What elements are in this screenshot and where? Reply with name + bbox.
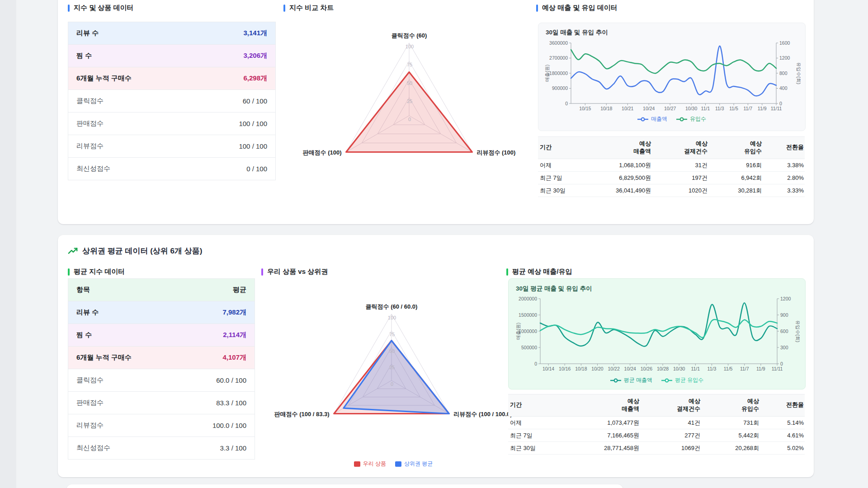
legend-swatch-icon bbox=[610, 378, 621, 383]
accent-bar-icon bbox=[283, 5, 285, 12]
legend-label: 매출액 bbox=[651, 115, 667, 123]
table-cell: 5.14% bbox=[764, 417, 805, 429]
svg-text:800: 800 bbox=[779, 70, 788, 76]
svg-text:2700000: 2700000 bbox=[549, 55, 568, 61]
avg-revenue-trend-panel: 30일 평균 매출 및 유입 추이 0500000100000015000002… bbox=[508, 278, 806, 389]
table-cell: 어제 bbox=[538, 159, 590, 171]
chart-title: 30일 매출 및 유입 추이 bbox=[546, 28, 608, 37]
svg-text:1600: 1600 bbox=[779, 40, 790, 46]
svg-text:11/3: 11/3 bbox=[708, 366, 717, 371]
svg-text:판매점수 (100 / 83.3): 판매점수 (100 / 83.3) bbox=[274, 411, 330, 418]
column-header: 예상매출액 bbox=[590, 137, 656, 159]
svg-text:11/11: 11/11 bbox=[772, 366, 783, 371]
svg-text:리뷰점수 (100 / 100.0): 리뷰점수 (100 / 100.0) bbox=[453, 411, 512, 418]
svg-text:11/5: 11/5 bbox=[724, 366, 733, 371]
table-row: 6개월 누적 구매수4,107개 bbox=[68, 347, 255, 369]
row-value: 3.3 / 100 bbox=[220, 444, 246, 452]
product-index-card: 지수 및 상품 데이터 리뷰 수3,141개찜 수3,206개6개월 누적 구매… bbox=[58, 0, 814, 224]
table-cell: 731회 bbox=[705, 417, 764, 429]
row-label: 6개월 누적 구매수 bbox=[76, 353, 132, 362]
svg-text:50: 50 bbox=[407, 80, 412, 86]
svg-text:100: 100 bbox=[406, 44, 414, 49]
row-value: 4,107개 bbox=[222, 353, 246, 362]
row-label: 클릭점수 bbox=[76, 97, 104, 105]
section-title-vs-radar: 우리 상품 vs 상위권 bbox=[261, 267, 328, 276]
column-header: 예상매출액 bbox=[569, 394, 644, 416]
table-cell: 28,771,458원 bbox=[569, 442, 644, 454]
table-row: 클릭점수60 / 100 bbox=[68, 90, 275, 113]
revenue-trend-panel: 30일 매출 및 유입 추이 0900000180000027000003600… bbox=[538, 23, 806, 131]
table-row: 6개월 누적 구매수6,298개 bbox=[68, 67, 275, 90]
table-row: 판매점수100 / 100 bbox=[68, 113, 275, 135]
legend-item[interactable]: 상위권 평균 bbox=[395, 460, 433, 468]
svg-text:10/14: 10/14 bbox=[542, 366, 554, 371]
table-row: 항목평균 bbox=[68, 279, 255, 301]
row-label: 찜 수 bbox=[76, 52, 92, 60]
chart-legend: 평균 매출액평균 유입수 bbox=[509, 376, 805, 384]
svg-text:11/11: 11/11 bbox=[771, 106, 782, 111]
column-header: 예상결제건수 bbox=[656, 137, 712, 159]
svg-text:11/5: 11/5 bbox=[729, 106, 738, 111]
section-title-label: 예상 매출 및 유입 데이터 bbox=[542, 4, 618, 12]
section-title-label: 우리 상품 vs 상위권 bbox=[267, 267, 328, 276]
svg-text:유입수(회): 유입수(회) bbox=[795, 320, 800, 343]
legend-label: 상위권 평균 bbox=[404, 460, 433, 468]
table-cell: 1020건 bbox=[656, 184, 712, 197]
legend-item[interactable]: 유입수 bbox=[676, 115, 706, 123]
row-value: 100 / 100 bbox=[239, 120, 267, 127]
accent-bar-icon bbox=[68, 268, 70, 276]
legend-swatch-icon bbox=[661, 378, 672, 383]
revenue-trend-chart: 0900000180000027000003600000040080012001… bbox=[543, 40, 801, 114]
legend-item[interactable]: 매출액 bbox=[637, 115, 667, 123]
table-row: 리뷰점수100 / 100 bbox=[68, 135, 275, 158]
table-row: 최근 30일36,041,490원1020건30,281회3.33% bbox=[538, 184, 805, 197]
column-header: 예상유입수 bbox=[705, 394, 764, 416]
svg-text:25: 25 bbox=[389, 365, 395, 370]
product-index-table: 리뷰 수3,141개찜 수3,206개6개월 누적 구매수6,298개클릭점수6… bbox=[68, 22, 276, 180]
column-header: 기간 bbox=[538, 141, 590, 155]
legend-item[interactable]: 우리 상품 bbox=[354, 460, 386, 468]
section-title-expected-revenue: 예상 매출 및 유입 데이터 bbox=[536, 4, 618, 12]
svg-text:유입수(회): 유입수(회) bbox=[796, 62, 801, 84]
table-cell: 3.38% bbox=[766, 159, 805, 171]
svg-text:500000: 500000 bbox=[521, 345, 537, 350]
column-header: 예상결제건수 bbox=[644, 394, 705, 416]
table-cell: 20,268회 bbox=[705, 442, 764, 454]
svg-text:10/27: 10/27 bbox=[664, 106, 676, 111]
row-value: 0 / 100 bbox=[246, 165, 267, 173]
svg-text:10/22: 10/22 bbox=[608, 366, 619, 371]
table-cell: 5,442회 bbox=[705, 429, 764, 441]
table-cell: 6,942회 bbox=[712, 172, 766, 184]
svg-text:1200: 1200 bbox=[780, 296, 791, 301]
table-row: 최신성점수0 / 100 bbox=[68, 158, 275, 180]
svg-text:3600000: 3600000 bbox=[549, 40, 568, 46]
table-row: 클릭점수60.0 / 100 bbox=[68, 369, 255, 392]
row-value: 3,141개 bbox=[243, 29, 267, 38]
svg-text:11/9: 11/9 bbox=[758, 106, 767, 111]
table-cell: 최근 7일 bbox=[538, 172, 590, 184]
svg-text:100: 100 bbox=[388, 315, 396, 320]
legend-item[interactable]: 평균 매출액 bbox=[610, 376, 652, 384]
table-row: 어제1,068,100원31건916회3.38% bbox=[538, 159, 805, 172]
legend-label: 우리 상품 bbox=[363, 460, 386, 468]
table-cell: 36,041,490원 bbox=[590, 184, 656, 197]
svg-text:10/20: 10/20 bbox=[591, 366, 603, 371]
row-value: 60 / 100 bbox=[243, 97, 267, 105]
section-title-avg-index: 평균 지수 데이터 bbox=[68, 267, 125, 276]
svg-text:11/7: 11/7 bbox=[740, 366, 749, 371]
legend-swatch-icon bbox=[354, 461, 360, 467]
legend-item[interactable]: 평균 유입수 bbox=[661, 376, 703, 384]
table-header-row: 기간예상매출액예상결제건수예상유입수전환율 bbox=[508, 394, 805, 417]
table-row: 최신성점수3.3 / 100 bbox=[68, 437, 255, 459]
table-cell: 41건 bbox=[644, 417, 705, 429]
card-header: 상위권 평균 데이터 (상위 6개 상품) bbox=[68, 246, 202, 256]
row-label: 6개월 누적 구매수 bbox=[76, 74, 132, 83]
section-title-label: 지수 및 상품 데이터 bbox=[74, 4, 134, 12]
table-row: 찜 수3,206개 bbox=[68, 45, 275, 67]
row-label: 최신성점수 bbox=[76, 164, 110, 173]
table-cell: 2.80% bbox=[766, 172, 805, 184]
svg-text:11/1: 11/1 bbox=[701, 106, 710, 111]
row-value: 60.0 / 100 bbox=[216, 376, 246, 384]
svg-text:50: 50 bbox=[389, 348, 395, 354]
table-row: 리뷰 수7,982개 bbox=[68, 301, 255, 324]
